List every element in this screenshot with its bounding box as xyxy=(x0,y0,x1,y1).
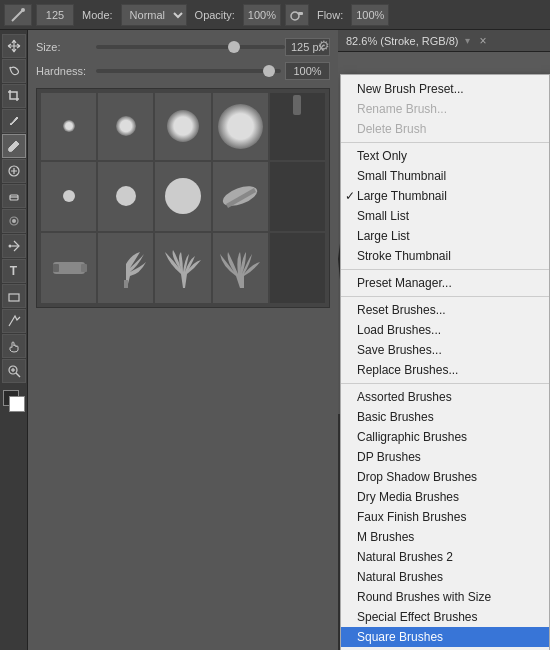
menu-item-calligraphic-brushes[interactable]: Calligraphic Brushes xyxy=(341,427,549,447)
tool-eraser[interactable] xyxy=(2,184,26,208)
menu-divider xyxy=(341,296,549,297)
brush-tool-icon[interactable] xyxy=(4,4,32,26)
menu-item-save-brushes[interactable]: Save Brushes... xyxy=(341,340,549,360)
tool-lasso[interactable] xyxy=(2,59,26,83)
tool-hand[interactable] xyxy=(2,334,26,358)
brush-cell-13[interactable] xyxy=(155,233,210,303)
hardness-row: Hardness: 100% xyxy=(36,62,330,80)
svg-rect-3 xyxy=(298,12,303,15)
gear-icon[interactable]: ⚙ xyxy=(318,38,330,53)
menu-item-drop-shadow-brushes[interactable]: Drop Shadow Brushes xyxy=(341,467,549,487)
brush-cell-11[interactable] xyxy=(41,233,96,303)
left-sidebar: T xyxy=(0,30,28,650)
size-slider[interactable] xyxy=(96,45,285,49)
menu-label-basic-brushes: Basic Brushes xyxy=(357,410,434,424)
brush-cell-14[interactable] xyxy=(213,233,268,303)
menu-label-calligraphic-brushes: Calligraphic Brushes xyxy=(357,430,467,444)
menu-item-natural-brushes-2[interactable]: Natural Brushes 2 xyxy=(341,547,549,567)
hardness-value[interactable]: 100% xyxy=(285,62,330,80)
tool-clone[interactable] xyxy=(2,159,26,183)
hardness-label: Hardness: xyxy=(36,65,96,77)
menu-label-large-thumbnail: Large Thumbnail xyxy=(357,189,447,203)
flow-value[interactable]: 100% xyxy=(351,4,389,26)
menu-item-basic-brushes[interactable]: Basic Brushes xyxy=(341,407,549,427)
top-toolbar: 125 Mode: Normal Opacity: 100% Flow: 100… xyxy=(0,0,550,30)
menu-label-reset-brushes: Reset Brushes... xyxy=(357,303,446,317)
menu-item-reset-brushes[interactable]: Reset Brushes... xyxy=(341,300,549,320)
brush-cell-2[interactable] xyxy=(98,93,153,160)
menu-item-special-effect-brushes[interactable]: Special Effect Brushes xyxy=(341,607,549,627)
brush-cell-15[interactable] xyxy=(270,233,325,303)
hardness-slider[interactable] xyxy=(96,69,281,73)
svg-line-12 xyxy=(16,373,20,377)
svg-point-7 xyxy=(12,219,16,223)
menu-item-stroke-thumbnail[interactable]: Stroke Thumbnail xyxy=(341,246,549,266)
brush-cell-8[interactable] xyxy=(155,162,210,232)
svg-rect-19 xyxy=(124,280,128,288)
menu-item-delete-brush: Delete Brush xyxy=(341,119,549,139)
opacity-airbrush-icon[interactable] xyxy=(285,4,309,26)
menu-label-drop-shadow-brushes: Drop Shadow Brushes xyxy=(357,470,477,484)
svg-point-8 xyxy=(8,245,11,248)
menu-item-dry-media-brushes[interactable]: Dry Media Brushes xyxy=(341,487,549,507)
menu-item-new-brush-preset[interactable]: New Brush Preset... xyxy=(341,79,549,99)
svg-rect-17 xyxy=(81,264,87,272)
tool-pen[interactable] xyxy=(2,234,26,258)
menu-item-natural-brushes[interactable]: Natural Brushes xyxy=(341,567,549,587)
brush-cell-3[interactable] xyxy=(155,93,210,160)
menu-label-square-brushes: Square Brushes xyxy=(357,630,443,644)
svg-line-0 xyxy=(12,10,23,21)
tool-shape[interactable] xyxy=(2,284,26,308)
tool-arrow[interactable] xyxy=(2,309,26,333)
brush-cell-12[interactable] xyxy=(98,233,153,303)
menu-item-large-list[interactable]: Large List xyxy=(341,226,549,246)
menu-label-small-thumbnail: Small Thumbnail xyxy=(357,169,446,183)
canvas-area: 82.6% (Stroke, RGB/8) ▾ × xyxy=(338,30,550,650)
menu-label-large-list: Large List xyxy=(357,229,410,243)
menu-item-text-only[interactable]: Text Only xyxy=(341,146,549,166)
foreground-color[interactable] xyxy=(3,390,25,412)
size-label: Size: xyxy=(36,41,96,53)
menu-divider xyxy=(341,142,549,143)
mode-label: Mode: xyxy=(78,9,117,21)
menu-label-assorted-brushes: Assorted Brushes xyxy=(357,390,452,404)
menu-item-preset-manager[interactable]: Preset Manager... xyxy=(341,273,549,293)
tool-brush[interactable] xyxy=(2,134,26,158)
menu-divider xyxy=(341,383,549,384)
tool-move[interactable] xyxy=(2,34,26,58)
canvas-close-button[interactable]: × xyxy=(480,34,487,48)
brush-cell-1[interactable] xyxy=(41,93,96,160)
menu-item-m-brushes[interactable]: M Brushes xyxy=(341,527,549,547)
menu-item-assorted-brushes[interactable]: Assorted Brushes xyxy=(341,387,549,407)
tool-zoom[interactable] xyxy=(2,359,26,383)
menu-label-save-brushes: Save Brushes... xyxy=(357,343,442,357)
menu-item-small-thumbnail[interactable]: Small Thumbnail xyxy=(341,166,549,186)
brush-cell-5[interactable] xyxy=(270,93,325,160)
tool-crop[interactable] xyxy=(2,84,26,108)
mode-select[interactable]: Normal xyxy=(121,4,187,26)
tool-eyedropper[interactable] xyxy=(2,109,26,133)
menu-item-small-list[interactable]: Small List xyxy=(341,206,549,226)
brush-cell-10[interactable] xyxy=(270,162,325,232)
brush-size-input[interactable]: 125 xyxy=(36,4,74,26)
canvas-tab-label: 82.6% (Stroke, RGB/8) xyxy=(346,35,459,47)
opacity-value[interactable]: 100% xyxy=(243,4,281,26)
menu-item-faux-finish-brushes[interactable]: Faux Finish Brushes xyxy=(341,507,549,527)
menu-item-round-brushes-with-size[interactable]: Round Brushes with Size xyxy=(341,587,549,607)
menu-item-load-brushes[interactable]: Load Brushes... xyxy=(341,320,549,340)
menu-label-special-effect-brushes: Special Effect Brushes xyxy=(357,610,478,624)
menu-item-large-thumbnail[interactable]: ✓Large Thumbnail xyxy=(341,186,549,206)
brush-options-menu: New Brush Preset...Rename Brush...Delete… xyxy=(340,74,550,650)
brush-grid xyxy=(36,88,330,308)
menu-label-dp-brushes: DP Brushes xyxy=(357,450,421,464)
brush-cell-7[interactable] xyxy=(98,162,153,232)
menu-item-square-brushes[interactable]: Square Brushes xyxy=(341,627,549,647)
brush-cell-6[interactable] xyxy=(41,162,96,232)
tool-blur[interactable] xyxy=(2,209,26,233)
menu-item-dp-brushes[interactable]: DP Brushes xyxy=(341,447,549,467)
brush-cell-9[interactable] xyxy=(213,162,268,232)
menu-label-new-brush-preset: New Brush Preset... xyxy=(357,82,464,96)
menu-item-replace-brushes[interactable]: Replace Brushes... xyxy=(341,360,549,380)
tool-text[interactable]: T xyxy=(2,259,26,283)
brush-cell-4[interactable] xyxy=(213,93,268,160)
